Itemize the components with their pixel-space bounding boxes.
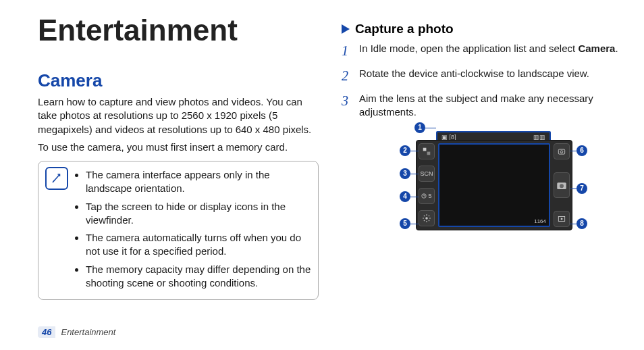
callout-2: 2 [400,145,410,156]
shots-remaining: 1164 [534,218,546,224]
callout-4: 4 [400,191,410,202]
step-text: Rotate the device anti-clockwise to land… [359,67,589,85]
step-number: 3 [342,92,352,120]
mode-switch-icon [419,143,435,159]
step-text: Aim the lens at the subject and make any… [359,92,622,120]
leader-line [410,197,419,197]
note-icon [45,167,68,190]
step-item: 1 In Idle mode, open the application lis… [342,42,622,60]
manual-page: Entertainment Camera Learn how to captur… [0,0,644,350]
step-text: In Idle mode, open the application list … [359,42,618,60]
step-number: 2 [342,67,352,85]
footer-section-label: Entertainment [55,327,115,337]
callout-5: 5 [400,218,410,229]
step-item: 3 Aim the lens at the subject and make a… [342,92,622,120]
switch-camera-icon [554,143,570,159]
prerequisite-text: To use the camera, you must first insert… [38,141,319,154]
subheading-row: Capture a photo [342,22,622,36]
step-number: 1 [342,42,352,60]
scene-mode-button: SCN [419,166,435,182]
leader-line [420,128,436,128]
svg-rect-0 [423,147,427,151]
leader-line [570,224,578,224]
leader-line [410,224,419,224]
step-item: 2 Rotate the device anti-clockwise to la… [342,67,622,85]
right-toolbar [552,141,572,230]
leader-line [410,174,419,174]
section-heading-camera: Camera [38,70,319,91]
svg-rect-1 [427,151,431,155]
note-bullet: Tap the screen to hide or display icons … [86,200,311,228]
note-bullet: The camera interface appears only in the… [86,168,311,196]
chevron-right-icon [342,24,350,34]
leader-line [570,189,578,189]
step-fragment: . [615,43,618,54]
page-number: 46 [38,326,55,338]
shutter-button-icon [554,172,570,198]
callout-6: 6 [576,145,587,156]
svg-rect-4 [558,149,564,154]
camera-diagram: ▣ [8] ▥▥ SCN 5 [381,126,583,241]
svg-point-3 [425,218,428,220]
left-toolbar: SCN 5 [417,141,437,230]
leader-line [570,151,578,151]
subheading-capture-photo: Capture a photo [355,22,454,36]
step-bold: Camera [578,43,615,54]
page-footer: 46 Entertainment [38,326,115,338]
camera-screen: SCN 5 1164 [416,140,572,230]
leader-line [410,151,419,151]
note-bullet: The memory capacity may differ depending… [86,263,311,291]
svg-point-5 [560,150,563,153]
left-column: Entertainment Camera Learn how to captur… [38,14,319,300]
settings-gear-icon [419,210,435,226]
note-box: The camera interface appears only in the… [38,161,319,300]
note-bullet: The camera automatically turns off when … [86,231,311,259]
callout-8: 8 [576,218,587,229]
callout-7: 7 [576,183,587,194]
steps-list: 1 In Idle mode, open the application lis… [342,42,622,120]
page-title: Entertainment [38,14,319,47]
viewfinder: 1164 [438,143,550,227]
intro-paragraph: Learn how to capture and view photos and… [38,95,319,136]
gallery-play-icon [554,211,570,227]
note-bullet-list: The camera interface appears only in the… [75,167,311,294]
step-fragment: In Idle mode, open the application list … [359,43,578,54]
timer-value: 5 [428,193,431,199]
timer-button: 5 [419,188,435,204]
callout-3: 3 [400,168,410,179]
right-column: Capture a photo 1 In Idle mode, open the… [342,14,622,300]
svg-point-7 [560,184,564,188]
